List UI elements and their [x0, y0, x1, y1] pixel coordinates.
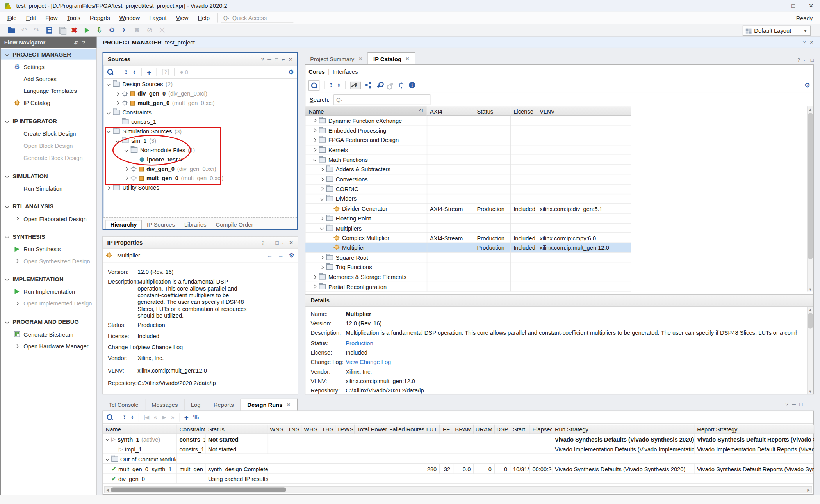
runs-column-whs[interactable]: WHS	[302, 425, 319, 434]
cell-name[interactable]: ✔div_gen_0	[103, 474, 177, 484]
pane-control-icon[interactable]: ⌐	[804, 57, 807, 63]
chevron-right-icon[interactable]	[320, 168, 324, 171]
flownav-item-settings[interactable]: ⚙Settings	[1, 60, 96, 73]
open-project-icon[interactable]	[5, 25, 18, 35]
gear-icon[interactable]: ⚙	[289, 252, 294, 258]
bottom-tab-reports[interactable]: Reports	[207, 399, 241, 410]
flownav-item-create-block-design[interactable]: Create Block Design	[1, 128, 96, 140]
runs-column-run-strategy[interactable]: Run Strategy	[552, 425, 694, 434]
flownav-item-run-simulation[interactable]: Run Simulation	[1, 182, 96, 194]
source-tree-row[interactable]: mult_gen_0 (mult_gen_0.xci)	[103, 174, 297, 183]
chevron-right-icon[interactable]	[313, 129, 316, 132]
runs-column-constraints[interactable]: Constraints	[177, 425, 206, 434]
menu-layout[interactable]: Layout	[144, 15, 171, 21]
menu-tools[interactable]: Tools	[62, 15, 85, 21]
collapse-all-icon[interactable]: ▼▲	[330, 83, 333, 87]
scroll-down-icon[interactable]: ▼	[808, 389, 813, 394]
chevron-down-icon[interactable]	[106, 437, 109, 441]
property-value[interactable]: Production	[137, 322, 165, 328]
close-icon[interactable]: ✕	[406, 56, 410, 61]
chevron-right-icon[interactable]	[313, 148, 316, 152]
cell-name[interactable]: Out-of-Context Module Runs	[103, 454, 177, 464]
menu-flow[interactable]: Flow	[41, 15, 62, 21]
chevron-right-icon[interactable]	[313, 285, 316, 288]
runs-column-name[interactable]: Name	[103, 425, 177, 434]
chevron-down-icon[interactable]	[125, 148, 128, 152]
source-tree-row[interactable]: Design Sources (2)	[103, 80, 297, 89]
gear-icon[interactable]: ⚙	[288, 69, 294, 75]
quick-access-input[interactable]: Q· Quick Access	[221, 13, 293, 23]
runs-column-wns[interactable]: WNS	[268, 425, 285, 434]
forward-arrow-icon[interactable]: →	[278, 252, 283, 258]
source-tree-row[interactable]: Non-module Files (1)	[103, 145, 297, 154]
collapse-all-icon[interactable]: ▼▲	[125, 70, 128, 74]
back-arrow-icon[interactable]: ←	[267, 252, 273, 258]
catalog-tree-row[interactable]: Conversions	[305, 175, 631, 185]
chevron-down-icon[interactable]	[106, 457, 109, 461]
scroll-down-icon[interactable]: ▼	[808, 286, 813, 291]
close-icon[interactable]: ✕	[287, 402, 291, 407]
chevron-down-icon[interactable]	[313, 158, 316, 161]
runs-column-ths[interactable]: THS	[319, 425, 336, 434]
delete-icon[interactable]: ✖	[68, 25, 80, 35]
expand-all-icon[interactable]: ▲▼	[337, 83, 340, 87]
collapse-all-icon[interactable]: ⇵	[74, 39, 78, 45]
chevron-right-icon[interactable]	[320, 187, 324, 191]
subtab-interfaces[interactable]: Interfaces	[333, 68, 358, 75]
source-tree-row[interactable]: Simulation Sources (3)	[103, 126, 297, 136]
runs-column-start[interactable]: Start	[510, 425, 530, 434]
menu-file[interactable]: File	[3, 15, 21, 21]
chevron-down-icon[interactable]	[107, 82, 110, 86]
chevron-down-icon[interactable]	[320, 226, 324, 230]
create-run-icon[interactable]: +	[184, 413, 189, 421]
column-header-name[interactable]: Name^1	[305, 106, 427, 116]
catalog-tree-row[interactable]: Partial Reconfiguration	[305, 282, 631, 292]
pane-control-icon[interactable]: ?	[261, 56, 264, 62]
pane-control-icon[interactable]: □	[811, 57, 814, 63]
bottom-tab-tcl-console[interactable]: Tcl Console	[103, 399, 146, 410]
runs-column-tns[interactable]: TNS	[285, 425, 302, 434]
pane-control-icon[interactable]: □	[275, 56, 278, 62]
chevron-right-icon[interactable]	[107, 186, 110, 189]
pane-control-icon[interactable]: ─	[268, 240, 272, 245]
flownav-section-program-and-debug[interactable]: PROGRAM AND DEBUG	[1, 317, 96, 327]
save-icon[interactable]	[43, 25, 55, 35]
search-icon[interactable]	[107, 68, 113, 75]
chevron-right-icon[interactable]	[320, 256, 324, 259]
runs-column-total-power[interactable]: Total Power	[355, 425, 390, 434]
runs-column-tpws[interactable]: TPWS	[336, 425, 355, 434]
catalog-tree-row[interactable]: Memories & Storage Elements	[305, 272, 631, 282]
chevron-right-icon[interactable]	[125, 176, 128, 180]
cell-name[interactable]: ✔mult_gen_0_synth_1	[103, 464, 177, 474]
flownav-item-ip-catalog[interactable]: IP Catalog	[1, 97, 96, 109]
chevron-right-icon[interactable]	[320, 265, 324, 269]
sources-tab-ip-sources[interactable]: IP Sources	[143, 220, 179, 229]
catalog-tree-row[interactable]: Embedded Processing	[305, 126, 631, 135]
pane-control-icon[interactable]: □	[799, 401, 802, 407]
minimize-icon[interactable]: ─	[767, 0, 784, 11]
menu-view[interactable]: View	[171, 15, 193, 21]
settings-gear-icon[interactable]: ⚙	[106, 25, 118, 35]
column-header-axi4[interactable]: AXI4	[427, 106, 474, 116]
close-icon[interactable]: ✕	[802, 0, 820, 11]
flownav-item-language-templates[interactable]: Language Templates	[1, 85, 96, 97]
chevron-down-icon[interactable]	[107, 129, 110, 133]
runs-column-status[interactable]: Status	[205, 425, 268, 434]
pane-control-icon[interactable]: ?	[797, 57, 800, 63]
run-icon[interactable]	[80, 25, 93, 35]
flownav-item-run-implementation[interactable]: Run Implementation	[1, 285, 96, 297]
runs-column-dsp[interactable]: DSP	[495, 425, 510, 434]
scroll-right-icon[interactable]: ▶	[806, 488, 812, 493]
flownav-item-generate-bitstream[interactable]: Generate Bitstream	[1, 328, 96, 340]
catalog-tree-row[interactable]: Floating Point	[305, 214, 631, 224]
runs-column-lut[interactable]: LUT	[424, 425, 440, 434]
cell-name[interactable]: ▷synth_1 (active)	[103, 434, 177, 444]
subtab-cores[interactable]: Cores	[308, 68, 325, 75]
menu-window[interactable]: Window	[115, 15, 145, 21]
pane-control-icon[interactable]: ⌐	[282, 240, 285, 245]
group-by-icon[interactable]	[365, 82, 372, 88]
catalog-tree-row[interactable]: Square Root	[305, 253, 631, 263]
gear-icon[interactable]: ⚙	[804, 82, 810, 88]
add-sources-icon[interactable]: +	[147, 67, 151, 76]
bottom-tab-messages[interactable]: Messages	[145, 399, 185, 410]
